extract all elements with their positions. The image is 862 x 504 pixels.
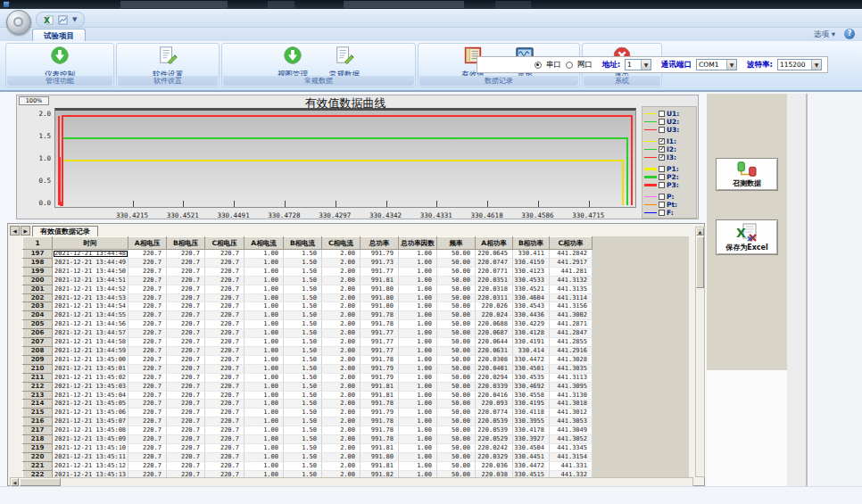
value-cell[interactable]: 2.00 [322,355,361,364]
value-cell[interactable]: 50.00 [437,329,476,338]
value-cell[interactable]: 1.50 [284,364,322,373]
value-cell[interactable]: 1.00 [399,435,437,444]
value-cell[interactable]: 220.7 [128,250,167,259]
grid-column-header[interactable]: C相电压 [205,237,245,250]
value-cell[interactable]: 991.78 [361,417,399,426]
value-cell[interactable]: 1.50 [284,267,322,276]
value-cell[interactable]: 220.0644 [476,338,513,347]
taskbar-app-icon[interactable] [3,1,10,8]
value-cell[interactable]: 220.7 [128,364,167,373]
value-cell[interactable]: 1.00 [399,373,437,382]
value-cell[interactable]: 50.00 [437,435,476,444]
baud-rate-select[interactable]: 115200▼ [777,59,822,70]
table-row[interactable]: 1972021-12-21 13:44:48220.7220.7220.71.0… [23,250,593,259]
value-cell[interactable]: 1.00 [245,355,284,364]
value-cell[interactable]: 1.00 [399,443,437,452]
value-cell[interactable]: 50.00 [437,302,476,311]
value-cell[interactable]: 220.7 [167,443,205,452]
value-cell[interactable]: 220.7 [205,452,245,461]
value-cell[interactable]: 1.50 [284,320,322,329]
row-number-cell[interactable]: 214 [23,400,53,409]
value-cell[interactable]: 330.4118 [513,409,550,417]
chevron-down-icon[interactable]: ▼ [641,60,651,70]
value-cell[interactable]: 50.00 [437,276,476,285]
table-row[interactable]: 2052021-12-21 13:44:56220.7220.7220.71.0… [23,320,593,329]
value-cell[interactable]: 1.00 [399,302,437,311]
value-cell[interactable]: 2.00 [322,382,361,391]
value-cell[interactable]: 220.7 [205,426,245,435]
legend-checkbox-Pt[interactable] [659,202,665,208]
value-cell[interactable]: 1.00 [245,400,284,409]
value-cell[interactable]: 1.00 [245,417,284,426]
value-cell[interactable]: 220.7 [128,267,167,276]
value-cell[interactable]: 220.7 [128,426,167,435]
value-cell[interactable]: 220.7 [205,364,245,373]
legend-checkbox-P[interactable] [659,194,665,200]
value-cell[interactable]: 50.00 [437,443,476,452]
value-cell[interactable]: 220.0401 [476,364,513,373]
value-cell[interactable]: 991.77 [361,338,399,347]
value-cell[interactable]: 1.00 [399,320,437,329]
value-cell[interactable]: 220.7 [205,461,245,470]
value-cell[interactable]: 441.2916 [550,346,593,355]
value-cell[interactable]: 1.00 [399,426,437,435]
value-cell[interactable]: 1.00 [245,311,284,320]
value-cell[interactable]: 2.00 [322,258,361,267]
value-cell[interactable]: 220.036 [476,461,513,470]
value-cell[interactable]: 1.50 [284,346,322,355]
value-cell[interactable]: 220.0774 [476,409,513,417]
time-cell[interactable]: 2021-12-21 13:44:57 [53,329,128,338]
value-cell[interactable]: 991.77 [361,267,399,276]
value-cell[interactable]: 220.0645 [476,250,513,259]
value-cell[interactable]: 1.00 [245,461,284,470]
qat-dropdown-icon[interactable]: ▼ [72,16,77,23]
value-cell[interactable]: 220.7 [205,373,245,382]
value-cell[interactable]: 220.7 [167,435,205,444]
time-cell[interactable]: 2021-12-21 13:45:06 [53,409,128,417]
fetch-data-button[interactable]: 召测数据 [716,158,778,191]
row-number-cell[interactable]: 210 [23,364,53,373]
value-cell[interactable]: 50.00 [437,364,476,373]
value-cell[interactable]: 441.2917 [550,258,593,267]
value-cell[interactable]: 50.00 [437,417,476,426]
time-cell[interactable]: 2021-12-21 13:44:54 [53,302,128,311]
value-cell[interactable]: 2.00 [322,267,361,276]
value-cell[interactable]: 220.7 [205,302,245,311]
row-number-cell[interactable]: 215 [23,409,53,417]
options-menu[interactable]: 选项 ▾ [814,29,835,40]
value-cell[interactable]: 1.50 [284,355,322,364]
value-cell[interactable]: 991.73 [361,258,399,267]
value-cell[interactable]: 991.77 [361,346,399,355]
chart-plot-area[interactable] [54,108,636,208]
value-cell[interactable]: 220.7 [205,346,245,355]
value-cell[interactable]: 991.81 [361,382,399,391]
comm-port-select[interactable]: COM1▼ [696,59,737,70]
value-cell[interactable]: 1.00 [399,258,437,267]
table-row[interactable]: 2022021-12-21 13:44:53220.7220.7220.71.0… [23,293,593,302]
time-cell[interactable]: 2021-12-21 13:44:53 [53,293,128,302]
value-cell[interactable]: 1.00 [245,258,284,267]
value-cell[interactable]: 330.4692 [513,382,550,391]
value-cell[interactable]: 441.2871 [550,320,593,329]
value-cell[interactable]: 220.7 [205,417,245,426]
value-cell[interactable]: 441.3132 [550,276,593,285]
value-cell[interactable]: 220.7 [167,320,205,329]
row-number-cell[interactable]: 212 [23,382,53,391]
value-cell[interactable]: 220.0631 [476,346,513,355]
value-cell[interactable]: 50.00 [437,461,476,470]
value-cell[interactable]: 1.00 [399,382,437,391]
grid-column-header[interactable]: B相功率 [513,237,550,250]
time-cell[interactable]: 2021-12-21 13:44:56 [53,320,128,329]
table-row[interactable]: 2202021-12-21 13:45:11220.7220.7220.71.0… [23,452,593,461]
value-cell[interactable]: 991.81 [361,443,399,452]
value-cell[interactable]: 330.4535 [513,373,550,382]
value-cell[interactable]: 1.50 [284,417,322,426]
value-cell[interactable]: 50.00 [437,293,476,302]
value-cell[interactable]: 1.00 [399,293,437,302]
vertical-scrollbar[interactable]: ▲ [695,227,705,477]
value-cell[interactable]: 991.78 [361,400,399,409]
legend-checkbox-I2[interactable]: ✓ [659,146,665,153]
table-row[interactable]: 2152021-12-21 13:45:06220.7220.7220.71.0… [23,409,593,417]
value-cell[interactable]: 220.7 [128,452,167,461]
value-cell[interactable]: 1.00 [245,382,284,391]
